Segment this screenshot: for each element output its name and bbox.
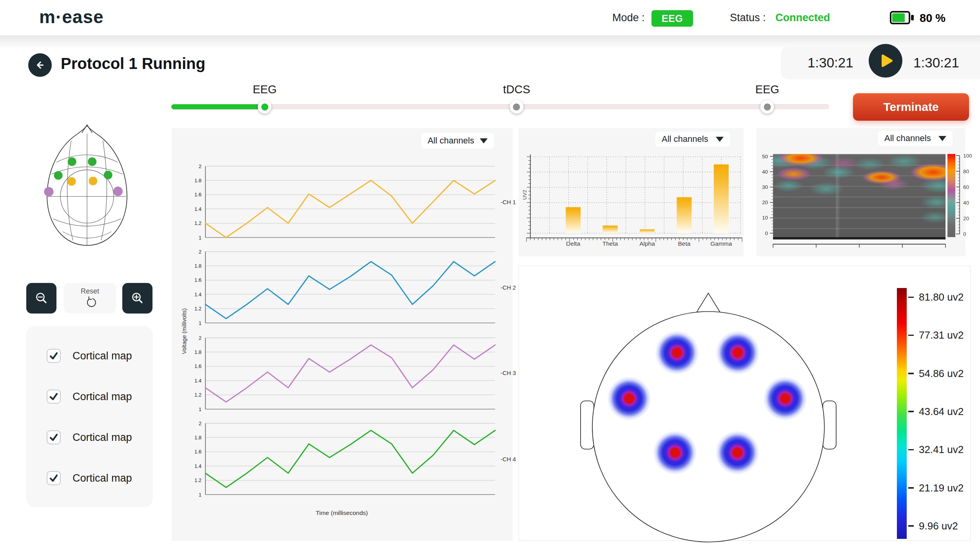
cortical-map-checkbox[interactable] <box>47 349 61 363</box>
stage-label-tdcs: tDCS <box>503 83 530 96</box>
mode-label: Mode : <box>612 12 645 24</box>
colorbar-tick <box>908 487 914 489</box>
svg-text:1.2: 1.2 <box>194 306 201 312</box>
right-ear-outline <box>823 401 836 449</box>
check-icon <box>49 473 59 483</box>
svg-text:1.6: 1.6 <box>194 277 201 283</box>
time-axis-label: Time (milliseconds) <box>316 509 368 517</box>
reset-view-button[interactable]: Reset <box>64 283 116 314</box>
colorbar-value-label: 54.86 uv2 <box>919 368 964 380</box>
eeg-chart-ch4: 21.81.61.41.21 <box>176 420 509 498</box>
cortical-map-label: Cortical map <box>73 472 132 484</box>
status-label: Status : <box>730 12 766 24</box>
colorbar-value-label: 43.64 uv2 <box>919 406 964 418</box>
svg-text:2: 2 <box>199 249 201 255</box>
colorbar-value-label: 21.19 uv2 <box>919 482 964 494</box>
svg-text:2: 2 <box>199 163 201 169</box>
eeg-channel-dropdown-value: All channels <box>428 136 474 146</box>
svg-text:1.6: 1.6 <box>194 363 201 369</box>
battery-percent: 80 % <box>920 12 946 25</box>
eeg-chart-ch2: 21.81.61.41.21 <box>176 248 509 327</box>
cortical-map-checkbox[interactable] <box>47 471 61 485</box>
eeg-channel-dropdown[interactable]: All channels <box>421 133 494 149</box>
magnifier-minus-icon <box>34 290 49 306</box>
battery-tip <box>911 15 914 20</box>
eeg-chart-ch1: 21.81.61.41.21 <box>176 163 509 241</box>
zoom-in-button[interactable] <box>122 283 152 314</box>
cortical-map-row: Cortical map <box>47 390 153 404</box>
svg-text:Alpha: Alpha <box>639 240 655 247</box>
channel-label-ch2: -CH 2 <box>501 284 528 291</box>
cortical-map-checkbox[interactable] <box>47 390 61 404</box>
colorbar-value-label: 81.80 uv2 <box>919 291 964 303</box>
svg-text:20: 20 <box>762 199 768 205</box>
stage-knob-tdcs[interactable] <box>510 100 523 114</box>
svg-text:1.6: 1.6 <box>194 449 201 455</box>
stage-knob-eeg[interactable] <box>258 100 272 114</box>
terminate-button[interactable]: Terminate <box>853 93 969 121</box>
stage-knob-dot <box>261 103 268 111</box>
svg-text:1.8: 1.8 <box>194 435 201 440</box>
svg-text:1.2: 1.2 <box>194 477 201 483</box>
status-value: Connected <box>775 12 830 24</box>
colorbar-value-label: 77.31 uv2 <box>919 329 964 341</box>
svg-text:1.4: 1.4 <box>194 206 201 212</box>
colorbar-value-label: 32.41 uv2 <box>919 444 964 456</box>
check-icon <box>49 351 59 361</box>
svg-text:10: 10 <box>762 215 768 221</box>
cortical-map-label: Cortical map <box>73 431 132 444</box>
cortical-map-row: Cortical map <box>47 471 153 485</box>
voltage-axis-label: Voltage (millivolts) <box>181 308 187 354</box>
zoom-out-button[interactable] <box>26 283 56 314</box>
scalp-outline <box>592 312 824 542</box>
svg-text:0: 0 <box>963 231 966 237</box>
svg-text:40: 40 <box>963 200 969 206</box>
cortical-map-checkbox[interactable] <box>47 430 61 444</box>
reset-rotate-icon <box>83 296 97 309</box>
eeg-chart-ch3: 21.81.61.41.21 <box>176 335 509 413</box>
svg-text:1: 1 <box>199 320 201 326</box>
back-button[interactable] <box>28 53 52 77</box>
svg-text:100: 100 <box>963 153 972 159</box>
protocol-timeline-progress <box>171 104 265 109</box>
svg-text:1.8: 1.8 <box>194 349 201 355</box>
cortical-map-label: Cortical map <box>73 350 132 362</box>
activation-blob <box>652 430 698 475</box>
svg-text:Beta: Beta <box>678 240 690 247</box>
svg-text:1.4: 1.4 <box>194 292 201 297</box>
svg-text:Delta: Delta <box>566 240 581 247</box>
stage-knob-eeg[interactable] <box>760 100 774 114</box>
cortical-map-row: Cortical map <box>47 349 153 363</box>
svg-text:1.4: 1.4 <box>194 378 201 384</box>
stage-knob-dot <box>513 103 520 111</box>
svg-text:1.4: 1.4 <box>194 463 201 469</box>
montage-head-diagram <box>38 122 136 250</box>
colorbar-tick <box>908 525 914 527</box>
svg-text:1.6: 1.6 <box>194 192 201 198</box>
svg-text:1.2: 1.2 <box>194 220 201 226</box>
layer-toggle-panel: Cortical mapCortical mapCortical mapCort… <box>26 326 153 507</box>
colorbar-tick <box>908 411 914 412</box>
svg-text:2: 2 <box>199 335 201 341</box>
play-button[interactable] <box>869 44 902 78</box>
stage-label-eeg: EEG <box>755 83 779 96</box>
app-logo: m·ease <box>39 6 104 27</box>
channel-label-ch4: -CH 4 <box>501 456 528 462</box>
svg-text:1: 1 <box>199 235 201 241</box>
stage-knob-dot <box>764 103 771 111</box>
svg-text:2: 2 <box>199 420 201 426</box>
app-root: m·ease Mode : EEG Status : Connected 80 … <box>0 0 980 551</box>
back-arrow-icon <box>34 59 46 71</box>
svg-text:80: 80 <box>963 169 969 174</box>
channel-label-ch3: -CH 3 <box>501 370 528 376</box>
svg-text:Gamma: Gamma <box>710 240 732 247</box>
play-icon <box>877 52 894 69</box>
magnifier-plus-icon <box>130 290 145 306</box>
montage-electrodes <box>44 158 123 197</box>
colorbar-value-label: 9.96 uv2 <box>919 520 958 532</box>
svg-text:0: 0 <box>765 230 768 236</box>
spectrogram-axes: 50403020100100806040200 <box>756 128 980 256</box>
uv2-axis-label: UV2 <box>522 190 528 199</box>
top-bar: m·ease Mode : EEG Status : Connected 80 … <box>0 0 980 35</box>
activation-blob <box>654 330 700 375</box>
